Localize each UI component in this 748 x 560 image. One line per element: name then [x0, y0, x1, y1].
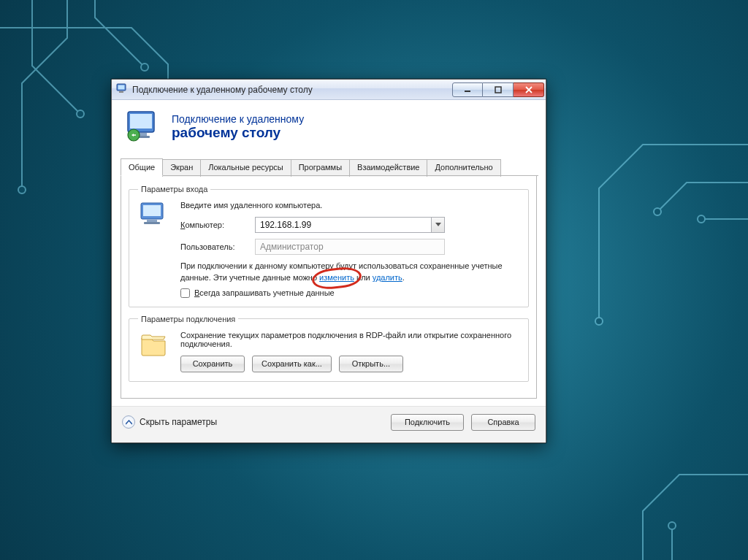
login-intro: Введите имя удаленного компьютера. — [180, 201, 519, 210]
header-line1: Подключение к удаленному — [172, 113, 304, 125]
hide-options-label: Скрыть параметры — [140, 417, 217, 427]
titlebar[interactable]: Подключение к удаленному рабочему столу — [112, 80, 546, 100]
rdp-header-icon — [125, 110, 163, 144]
titlebar-icon — [116, 83, 128, 96]
svg-point-7 — [668, 522, 676, 529]
computer-combo[interactable]: 192.168.1.99 — [255, 217, 445, 233]
svg-rect-20 — [147, 220, 157, 222]
dialog-footer: Скрыть параметры Подключить Справка — [112, 406, 546, 442]
save-button[interactable]: Сохранить — [180, 356, 245, 372]
saved-credentials-info: При подключении к данному компьютеру буд… — [180, 261, 519, 284]
group-connection-legend: Параметры подключения — [138, 315, 238, 323]
tab-local-resources[interactable]: Локальные ресурсы — [200, 159, 291, 177]
group-login: Параметры входа Введите имя удаленного к… — [129, 185, 529, 307]
svg-point-2 — [18, 186, 26, 193]
chevron-down-icon[interactable] — [431, 218, 444, 232]
user-field[interactable]: Администратор — [255, 239, 445, 255]
computer-icon — [138, 199, 173, 232]
chevron-up-icon — [122, 415, 135, 429]
tab-experience[interactable]: Взаимодействие — [349, 159, 427, 177]
minimize-button[interactable] — [452, 83, 483, 97]
tab-display[interactable]: Экран — [162, 159, 201, 177]
tab-strip: Общие Экран Локальные ресурсы Программы … — [112, 145, 546, 176]
close-button[interactable] — [514, 83, 544, 97]
tab-general[interactable]: Общие — [121, 158, 163, 176]
user-label: Пользователь: — [180, 242, 248, 251]
svg-rect-12 — [495, 87, 501, 93]
computer-label: Компьютер: — [180, 220, 248, 229]
folder-icon — [138, 329, 173, 361]
window-title: Подключение к удаленному рабочему столу — [132, 85, 448, 95]
rdp-window: Подключение к удаленному рабочему столу — [111, 79, 546, 443]
tab-advanced[interactable]: Дополнительно — [427, 159, 500, 177]
tab-panel-general: Параметры входа Введите имя удаленного к… — [121, 176, 537, 399]
link-delete-credentials[interactable]: удалить — [373, 273, 402, 282]
computer-value: 192.168.1.99 — [260, 220, 311, 230]
group-connection: Параметры подключения Сохранение текущих… — [129, 315, 529, 382]
svg-point-3 — [141, 64, 148, 71]
always-ask-checkbox[interactable] — [180, 288, 190, 298]
tab-programs[interactable]: Программы — [291, 159, 350, 177]
open-button[interactable]: Открыть... — [339, 356, 403, 372]
header: Подключение к удаленному рабочему столу — [112, 100, 546, 145]
always-ask-label: Всегда запрашивать учетные данные — [194, 288, 335, 297]
svg-point-6 — [698, 215, 705, 223]
hide-options-toggle[interactable]: Скрыть параметры — [122, 415, 217, 429]
help-button[interactable]: Справка — [471, 414, 535, 431]
svg-rect-9 — [118, 85, 125, 90]
group-login-legend: Параметры входа — [138, 185, 210, 193]
svg-rect-21 — [144, 222, 160, 224]
svg-rect-10 — [119, 91, 123, 93]
connect-button[interactable]: Подключить — [391, 414, 464, 431]
svg-rect-14 — [130, 114, 152, 129]
svg-rect-19 — [143, 205, 161, 216]
svg-point-4 — [595, 318, 603, 325]
header-line2: рабочему столу — [172, 125, 304, 141]
svg-point-5 — [654, 208, 661, 215]
maximize-button[interactable] — [483, 83, 514, 97]
save-as-button[interactable]: Сохранить как... — [252, 356, 332, 372]
svg-point-1 — [77, 110, 84, 118]
link-change-credentials[interactable]: изменить — [319, 273, 354, 282]
connection-desc: Сохранение текущих параметров подключени… — [180, 331, 519, 348]
